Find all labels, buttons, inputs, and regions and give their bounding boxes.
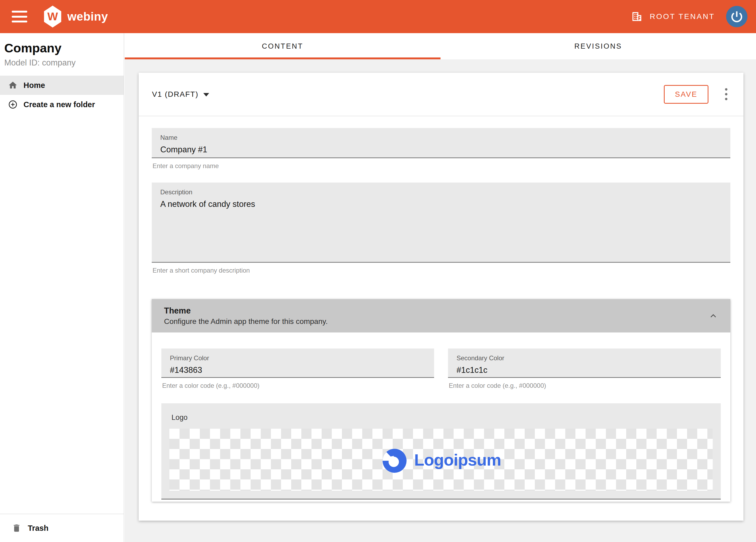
- logoipsum-logo: Logoipsum: [381, 446, 501, 473]
- entry-card: V1 (DRAFT) SAVE Name Company #1 Enter a …: [139, 73, 743, 521]
- webiny-logo[interactable]: W webiny: [43, 6, 108, 28]
- name-field-value: Company #1: [160, 145, 722, 154]
- app-header: W webiny ROOT TENANT: [0, 0, 756, 33]
- brand-name: webiny: [67, 10, 108, 23]
- main-content: CONTENT REVISIONS V1 (DRAFT) SAVE Name C…: [125, 33, 756, 542]
- primary-color-label: Primary Color: [170, 354, 426, 362]
- tab-revisions[interactable]: REVISIONS: [441, 33, 756, 59]
- tab-content[interactable]: CONTENT: [125, 33, 441, 59]
- tab-bar: CONTENT REVISIONS: [125, 33, 756, 59]
- entry-toolbar: V1 (DRAFT) SAVE: [139, 73, 743, 116]
- sidebar: Company Model ID: company Home Create a …: [0, 33, 124, 542]
- more-vertical-icon: [725, 88, 727, 91]
- name-field-label: Name: [160, 134, 722, 141]
- brand-initial: W: [47, 10, 58, 23]
- plus-circle-icon: [8, 100, 18, 109]
- tenant-selector[interactable]: ROOT TENANT: [631, 11, 715, 22]
- chevron-up-icon: [708, 311, 718, 321]
- trash-label: Trash: [28, 524, 48, 533]
- hamburger-menu-icon[interactable]: [12, 11, 27, 22]
- secondary-color-label: Secondary Color: [457, 354, 712, 362]
- logo-preview-area: Logoipsum: [169, 429, 713, 491]
- sidebar-item-trash[interactable]: Trash: [0, 514, 124, 542]
- save-button[interactable]: SAVE: [664, 85, 708, 104]
- theme-title: Theme: [164, 306, 328, 316]
- sidebar-item-label: Home: [24, 81, 45, 90]
- logoipsum-icon: [381, 446, 408, 473]
- secondary-color-field[interactable]: Secondary Color #1c1c1c: [448, 349, 721, 378]
- description-field[interactable]: Description A network of candy stores: [152, 182, 730, 263]
- power-icon: [730, 10, 744, 24]
- theme-body: Primary Color #143863 Enter a color code…: [152, 333, 730, 502]
- primary-color-value: #143863: [170, 365, 426, 375]
- home-icon: [8, 80, 18, 90]
- theme-panel: Theme Configure the Admin app theme for …: [152, 299, 730, 502]
- logo-field[interactable]: Logo Logoipsum: [161, 403, 721, 500]
- active-tab-indicator: [125, 57, 441, 59]
- theme-accordion-header[interactable]: Theme Configure the Admin app theme for …: [152, 299, 730, 333]
- more-options-button[interactable]: [722, 85, 730, 103]
- description-field-label: Description: [160, 188, 722, 196]
- sidebar-item-home[interactable]: Home: [0, 76, 124, 95]
- tenant-label: ROOT TENANT: [650, 12, 715, 21]
- secondary-color-helper: Enter a color code (e.g., #000000): [448, 382, 721, 389]
- building-icon: [631, 11, 643, 22]
- sidebar-item-label: Create a new folder: [24, 100, 95, 109]
- name-field[interactable]: Name Company #1: [152, 128, 730, 158]
- primary-color-helper: Enter a color code (e.g., #000000): [161, 382, 434, 389]
- theme-subtitle: Configure the Admin app theme for this c…: [164, 317, 328, 326]
- description-field-value: A network of candy stores: [160, 199, 722, 209]
- trash-icon: [12, 523, 21, 533]
- page-title: Company: [4, 41, 119, 55]
- description-field-helper: Enter a short company description: [152, 267, 730, 274]
- webiny-hexagon-icon: W: [43, 6, 62, 28]
- version-selector[interactable]: V1 (DRAFT): [152, 90, 209, 99]
- collapse-section-button[interactable]: [708, 311, 718, 321]
- sidebar-item-create-folder[interactable]: Create a new folder: [0, 95, 124, 114]
- secondary-color-value: #1c1c1c: [457, 365, 712, 375]
- primary-color-field[interactable]: Primary Color #143863: [161, 349, 434, 378]
- version-label: V1 (DRAFT): [152, 90, 198, 99]
- name-field-helper: Enter a company name: [152, 162, 730, 170]
- avatar[interactable]: [726, 6, 747, 27]
- model-id-subtitle: Model ID: company: [4, 58, 119, 68]
- logoipsum-wordmark: Logoipsum: [414, 450, 501, 469]
- caret-down-icon: [203, 93, 209, 96]
- logo-field-label: Logo: [169, 414, 713, 422]
